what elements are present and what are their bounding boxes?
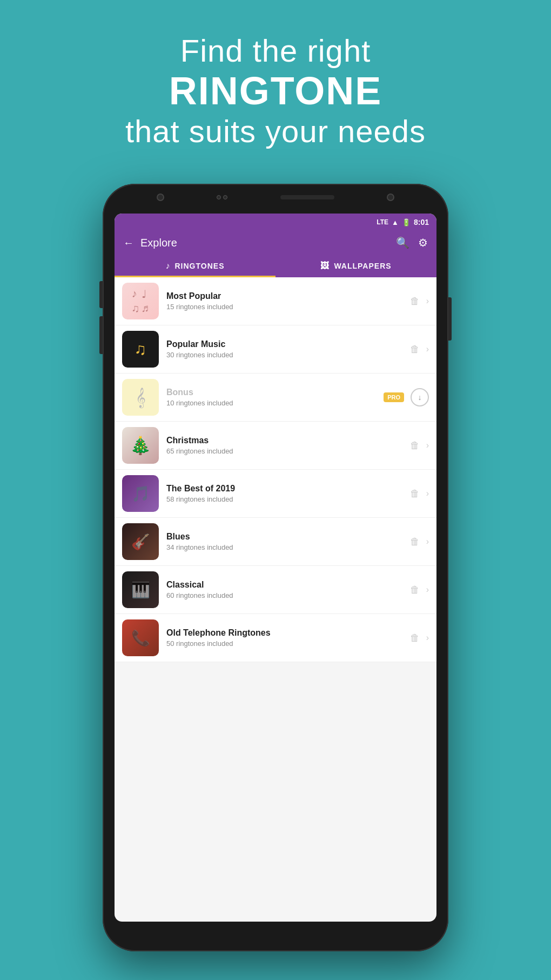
lte-indicator: LTE [377, 218, 388, 226]
status-time: 8:01 [414, 218, 429, 226]
item-subtitle: 50 ringtones included [166, 639, 402, 648]
note-icon: ♬ [142, 302, 150, 315]
hero-line2: RINGTONE [0, 69, 551, 113]
note-icon: ♩ [142, 288, 150, 301]
item-actions: 🗑 › [410, 296, 429, 307]
signal-icon: ▲ [392, 218, 399, 226]
chevron-right-icon[interactable]: › [426, 296, 429, 306]
delete-icon[interactable]: 🗑 [410, 296, 420, 307]
list-item[interactable]: 🎵 The Best of 2019 58 ringtones included… [115, 470, 436, 518]
delete-icon[interactable]: 🗑 [410, 536, 420, 548]
item-title: Bonus [166, 388, 376, 397]
delete-icon[interactable]: 🗑 [410, 440, 420, 451]
music-icon: ♪ [166, 261, 171, 271]
item-actions: 🗑 › [410, 536, 429, 548]
item-info: Classical 60 ringtones included [166, 580, 402, 599]
item-thumbnail: 🎹 [122, 571, 159, 608]
delete-icon[interactable]: 🗑 [410, 344, 420, 355]
item-subtitle: 34 ringtones included [166, 543, 402, 551]
item-actions: 🗑 › [410, 488, 429, 499]
back-button[interactable]: ← [123, 237, 134, 249]
item-title: Most Popular [166, 291, 402, 301]
item-thumbnail: 🎸 [122, 523, 159, 560]
item-thumbnail: 𝄞 [122, 379, 159, 416]
earpiece-speaker [280, 195, 334, 199]
item-title: Blues [166, 532, 402, 542]
search-icon[interactable]: 🔍 [396, 236, 409, 249]
item-thumbnail: 📞 [122, 619, 159, 656]
image-icon: 🖼 [320, 261, 330, 271]
item-subtitle: 58 ringtones included [166, 495, 402, 503]
front-camera-right [387, 194, 394, 201]
item-actions: 🗑 › [410, 440, 429, 451]
item-actions: 🗑 › [410, 584, 429, 596]
ringtones-list: ♪ ♩ ♫ ♬ Most Popular 15 ringtones includ… [115, 277, 436, 662]
item-subtitle: 65 ringtones included [166, 447, 402, 455]
list-item[interactable]: ♫ Popular Music 30 ringtones included 🗑 … [115, 325, 436, 374]
list-item[interactable]: 𝄞 Bonus 10 ringtones included PRO ↓ [115, 374, 436, 422]
item-thumbnail: 🎵 [122, 475, 159, 512]
item-info: Bonus 10 ringtones included [166, 388, 376, 407]
item-thumbnail: 🎄 [122, 427, 159, 464]
tab-wallpapers-label: WALLPAPERS [334, 262, 391, 270]
chevron-right-icon[interactable]: › [426, 537, 429, 546]
list-item[interactable]: 🎹 Classical 60 ringtones included 🗑 › [115, 566, 436, 614]
tab-ringtones-label: RINGTONES [175, 262, 225, 270]
pro-badge: PRO [384, 392, 404, 402]
item-subtitle: 60 ringtones included [166, 591, 402, 599]
item-info: Most Popular 15 ringtones included [166, 291, 402, 311]
item-info: Christmas 65 ringtones included [166, 436, 402, 455]
hero-line1: Find the right [0, 32, 551, 69]
list-item[interactable]: ♪ ♩ ♫ ♬ Most Popular 15 ringtones includ… [115, 277, 436, 325]
delete-icon[interactable]: 🗑 [410, 632, 420, 644]
app-header: ← Explore 🔍 ⚙ [115, 231, 436, 255]
tab-ringtones[interactable]: ♪ RINGTONES [115, 255, 276, 277]
list-item[interactable]: 🎸 Blues 34 ringtones included 🗑 › [115, 518, 436, 566]
list-item[interactable]: 🎄 Christmas 65 ringtones included 🗑 › [115, 422, 436, 470]
hero-section: Find the right RINGTONE that suits your … [0, 0, 551, 149]
item-thumbnail: ♪ ♩ ♫ ♬ [122, 283, 159, 319]
volume-up-button[interactable] [99, 281, 103, 308]
phone-top-hardware [146, 194, 405, 201]
tab-bar: ♪ RINGTONES 🖼 WALLPAPERS [115, 255, 436, 277]
front-camera [157, 194, 164, 201]
item-title: Christmas [166, 436, 402, 445]
item-actions: PRO ↓ [384, 388, 429, 406]
battery-icon: 🔋 [402, 218, 411, 226]
chevron-right-icon[interactable]: › [426, 633, 429, 643]
item-info: Popular Music 30 ringtones included [166, 339, 402, 359]
chevron-right-icon[interactable]: › [426, 585, 429, 595]
status-bar: LTE ▲ 🔋 8:01 [115, 214, 436, 231]
item-subtitle: 15 ringtones included [166, 303, 402, 311]
item-title: Classical [166, 580, 402, 590]
chevron-right-icon[interactable]: › [426, 441, 429, 450]
item-title: The Best of 2019 [166, 484, 402, 494]
download-button[interactable]: ↓ [411, 388, 429, 406]
list-item[interactable]: 📞 Old Telephone Ringtones 50 ringtones i… [115, 614, 436, 662]
note-icon: ♫ [132, 302, 140, 315]
volume-down-button[interactable] [99, 316, 103, 354]
chevron-right-icon[interactable]: › [426, 344, 429, 354]
item-info: Blues 34 ringtones included [166, 532, 402, 551]
item-subtitle: 30 ringtones included [166, 351, 402, 359]
tab-wallpapers[interactable]: 🖼 WALLPAPERS [276, 255, 436, 277]
chevron-right-icon[interactable]: › [426, 489, 429, 498]
phone-screen: LTE ▲ 🔋 8:01 ← Explore 🔍 ⚙ ♪ [115, 214, 436, 922]
item-title: Old Telephone Ringtones [166, 628, 402, 638]
item-title: Popular Music [166, 339, 402, 349]
sensor-dot [217, 195, 221, 199]
delete-icon[interactable]: 🗑 [410, 488, 420, 499]
phone-frame: LTE ▲ 🔋 8:01 ← Explore 🔍 ⚙ ♪ [103, 184, 448, 951]
item-info: Old Telephone Ringtones 50 ringtones inc… [166, 628, 402, 648]
note-icon: ♪ [132, 288, 140, 301]
settings-icon[interactable]: ⚙ [418, 236, 428, 249]
sensor-dot [223, 195, 227, 199]
header-title: Explore [140, 237, 177, 249]
item-actions: 🗑 › [410, 632, 429, 644]
item-subtitle: 10 ringtones included [166, 399, 376, 407]
power-button[interactable] [448, 297, 452, 341]
item-thumbnail: ♫ [122, 331, 159, 368]
hero-line3: that suits your needs [0, 113, 551, 149]
item-actions: 🗑 › [410, 344, 429, 355]
delete-icon[interactable]: 🗑 [410, 584, 420, 596]
